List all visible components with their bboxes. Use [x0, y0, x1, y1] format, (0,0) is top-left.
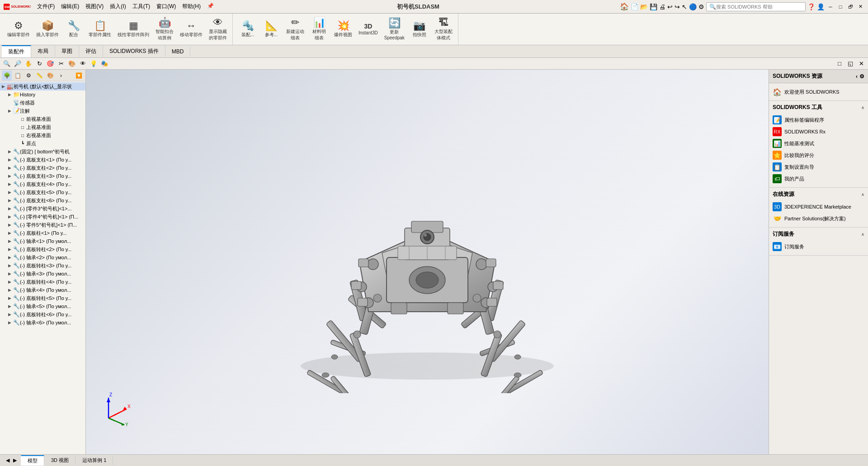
feature-manager-button[interactable]: 🌳	[2, 71, 12, 81]
tab-prev-button[interactable]: ◀	[5, 456, 11, 464]
tree-part-20[interactable]: ▶ 🔧 (-) 底板转柱<6> (По у...	[0, 310, 85, 319]
tree-part-6[interactable]: ▶ 🔧 (-) 底板支柱<6> (По у...	[0, 196, 85, 204]
sw-rx[interactable]: RX SOLIDWORKS Rx	[773, 126, 864, 138]
online-resources-header[interactable]: 在线资源 ∧	[773, 190, 864, 198]
edit-component-button[interactable]: ⚙ 编辑零部件	[5, 19, 33, 40]
tree-part-11[interactable]: ▶ 🔧 (-) 轴承<1> (По умол...	[0, 237, 85, 245]
bom-button[interactable]: 📊 材料明细表	[308, 16, 330, 43]
tree-part-12[interactable]: ▶ 🔧 (-) 底板转柱<2> (По у...	[0, 245, 85, 253]
rotate-button[interactable]: ↻	[34, 59, 44, 69]
appearance-button[interactable]: 🎭	[99, 59, 109, 69]
zoom-fit-button[interactable]: 🔍	[2, 59, 12, 69]
toolbar-new-icon[interactable]: 📄	[631, 3, 638, 10]
bottom-tab-3dview[interactable]: 3D 视图	[44, 456, 75, 465]
tree-part-19[interactable]: ▶ 🔧 (-) 轴承<5> (По умол...	[0, 302, 85, 310]
pan-button[interactable]: ✋	[24, 59, 33, 69]
move-component-button[interactable]: ↔ 移动零部件	[177, 19, 205, 40]
tree-root[interactable]: ▶ 🏭 初号机 (默认<默认_显示状	[0, 82, 85, 90]
restore-button[interactable]: 🗗	[846, 3, 854, 11]
tree-part-8[interactable]: ▶ 🔧 (-) [零件4^初号机]<1> (П...	[0, 213, 85, 221]
subscription-service[interactable]: 📧 订阅服务	[773, 241, 864, 252]
maximize-button[interactable]: □	[836, 3, 844, 11]
section-view-button[interactable]: ✂	[56, 59, 66, 69]
toolbar-print-icon[interactable]: 🖨	[659, 3, 665, 10]
minimize-button[interactable]: ─	[826, 3, 835, 11]
bottom-tab-model[interactable]: 模型	[21, 455, 44, 466]
display-style-button[interactable]: 🎨	[67, 59, 77, 69]
welcome-item[interactable]: 🏠 欢迎使用 SOLIDWORKS	[773, 86, 864, 98]
smart-fastener-button[interactable]: 🤖 智能扣合动算例	[153, 16, 176, 43]
large-assembly-button[interactable]: 🏗 大型装配体模式	[432, 16, 455, 43]
toolbar-undo-icon[interactable]: ↩	[667, 3, 673, 10]
tree-part-1[interactable]: ▶ 🔧 (-) 底板支柱<1> (По у...	[0, 156, 85, 164]
compare-score[interactable]: ⭐ 比较我的评分	[773, 149, 864, 161]
tree-part-17[interactable]: ▶ 🔧 (-) 轴承<4> (По умол...	[0, 286, 85, 294]
my-products[interactable]: 🏷 我的产品	[773, 173, 864, 185]
toolbar-settings-icon[interactable]: ⚙	[698, 3, 704, 10]
menu-edit[interactable]: 编辑(E)	[58, 2, 82, 11]
menu-window[interactable]: 窗口(W)	[154, 2, 179, 11]
view-orient-button[interactable]: 🎯	[45, 59, 55, 69]
tab-layout[interactable]: 布局	[31, 46, 55, 57]
tree-sensor[interactable]: 📡 传感器	[0, 99, 85, 107]
tab-evaluate[interactable]: 评估	[79, 46, 103, 57]
toolbar-rebuild-icon[interactable]: 🔵	[689, 3, 697, 10]
zoom-area-button[interactable]: 🔎	[13, 59, 23, 69]
trimetric-button[interactable]: ◱	[845, 59, 855, 69]
performance-test[interactable]: 📊 性能基准测试	[773, 138, 864, 149]
filter-icon[interactable]: 🔽	[74, 71, 84, 81]
tree-part-7[interactable]: ▶ 🔧 (-) [零件3^初号机]<1>...	[0, 204, 85, 213]
3d-viewport[interactable]: X Y Z	[86, 70, 769, 454]
reference-button[interactable]: 📐 参考...	[260, 19, 283, 40]
toolbar-home-icon[interactable]: 🏠	[620, 2, 629, 11]
3dexperience-marketplace[interactable]: 3D 3DEXPERIENCE Marketplace	[773, 201, 864, 213]
config-manager-button[interactable]: ⚙	[24, 71, 33, 81]
lighting-button[interactable]: 💡	[89, 59, 99, 69]
tree-part-5[interactable]: ▶ 🔧 (-) 底板支柱<5> (По у...	[0, 188, 85, 196]
bottom-tab-motion[interactable]: 运动算例 1	[75, 456, 113, 465]
tab-sketch[interactable]: 草图	[55, 46, 79, 57]
menu-view[interactable]: 视图(V)	[83, 2, 106, 11]
subscription-header[interactable]: 订阅服务 ∧	[773, 230, 864, 238]
tree-part-14[interactable]: ▶ 🔧 (-) 底板转柱<3> (По у...	[0, 262, 85, 270]
tree-part-9[interactable]: ▶ 🔧 (-) 零件5^初号机]<1> (П...	[0, 221, 85, 229]
tab-plugins[interactable]: SOLIDWORKS 插件	[103, 46, 165, 57]
instant3d-button[interactable]: 3D Instant3D	[356, 21, 381, 37]
tab-next-button[interactable]: ▶	[12, 456, 18, 464]
copy-settings[interactable]: 📋 复制设置向导	[773, 161, 864, 173]
assembly-button[interactable]: 🔩 装配...	[236, 19, 259, 40]
normal-view-button[interactable]: □	[835, 59, 844, 69]
search-input[interactable]	[716, 4, 797, 10]
tree-annotations[interactable]: ▶ 📝 注解	[0, 107, 85, 115]
expand-button[interactable]: ›	[56, 71, 66, 81]
tree-top-plane[interactable]: □ 上视基准面	[0, 123, 85, 131]
help-icon[interactable]: ❓	[807, 3, 815, 10]
tree-part-2[interactable]: ▶ 🔧 (-) 底板支柱<2> (По у...	[0, 164, 85, 172]
toolbar-select-icon[interactable]: ↖	[682, 3, 687, 10]
tab-mbd[interactable]: MBD	[165, 47, 191, 57]
tree-origin[interactable]: ┗ 原点	[0, 139, 85, 147]
search-box[interactable]: 🔍	[706, 2, 806, 11]
rp-settings-button[interactable]: ⚙	[859, 73, 864, 80]
menu-tools[interactable]: 工具(T)	[130, 2, 153, 11]
tree-part-21[interactable]: ▶ 🔧 (-) 轴承<6> (По умол...	[0, 319, 85, 327]
tree-part-fixed[interactable]: ▶ 🔧 (固定) [ bottom^初号机	[0, 147, 85, 156]
tree-history[interactable]: ▶ 📁 History	[0, 90, 85, 99]
tree-front-plane[interactable]: □ 前视基准面	[0, 115, 85, 123]
toolbar-save-icon[interactable]: 💾	[650, 3, 657, 10]
tab-assembly[interactable]: 装配件	[2, 45, 31, 57]
tree-part-4[interactable]: ▶ 🔧 (-) 底板支柱<4> (По у...	[0, 180, 85, 188]
update-speedpak-button[interactable]: 🔄 更新Speedpak	[382, 16, 407, 42]
close-panel-button[interactable]: ✕	[856, 59, 866, 69]
new-motion-button[interactable]: ✏ 新建运动细表	[283, 16, 307, 43]
explode-button[interactable]: 💥 爆炸视图	[331, 19, 355, 40]
display-manager-button[interactable]: 🎨	[45, 71, 55, 81]
tree-part-13[interactable]: ▶ 🔧 (-) 轴承<2> (По умол...	[0, 253, 85, 262]
partner-solutions[interactable]: 🤝 Partner Solutions(解决方案)	[773, 213, 864, 224]
menu-file[interactable]: 文件(F)	[34, 2, 57, 11]
tree-part-15[interactable]: ▶ 🔧 (-) 轴承<3> (По умол...	[0, 270, 85, 278]
mate-button[interactable]: 🔧 配合	[62, 19, 85, 40]
toolbar-redo-icon[interactable]: ↪	[675, 3, 680, 10]
toolbar-open-icon[interactable]: 📂	[640, 3, 648, 10]
close-button[interactable]: ✕	[856, 3, 864, 11]
